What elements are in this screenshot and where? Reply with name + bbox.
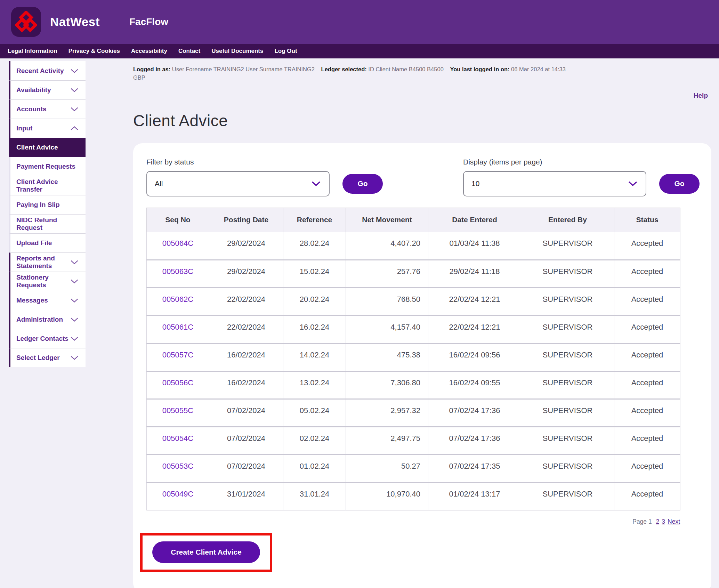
- status-go-button[interactable]: Go: [342, 174, 383, 194]
- seq-no-link[interactable]: 005049C: [162, 490, 193, 498]
- ledger-selected-value: ID Client Name B4500 B4500: [368, 66, 443, 72]
- cell-posting-date: 16/02/2024: [209, 371, 283, 399]
- column-header-posting-date: Posting Date: [209, 208, 283, 232]
- filter-status-label: Filter by status: [146, 158, 383, 166]
- cell-date-entered: 22/02/24 12:21: [428, 315, 521, 343]
- seq-no-link[interactable]: 005054C: [162, 434, 193, 443]
- topnav-link-log-out[interactable]: Log Out: [274, 48, 297, 55]
- cell-net-movement: 2,957.32: [346, 399, 428, 427]
- column-header-net-movement: Net Movement: [346, 208, 428, 232]
- seq-no-link[interactable]: 005061C: [162, 323, 193, 331]
- natwest-logo: [11, 7, 41, 37]
- topnav-link-accessibility[interactable]: Accessibility: [131, 48, 167, 55]
- cell-date-entered: 07/02/24 17:36: [428, 399, 521, 427]
- cell-date-entered: 07/02/24 17:36: [428, 427, 521, 454]
- sidebar-item-reports-and-statements[interactable]: Reports and Statements: [9, 252, 86, 272]
- sidebar-item-input[interactable]: Input: [9, 119, 86, 138]
- cell-net-movement: 10,970.40: [346, 482, 428, 510]
- seq-no-link[interactable]: 005055C: [162, 406, 193, 415]
- seq-no-cell: 005063C: [147, 260, 209, 288]
- topnav-link-privacy-cookies[interactable]: Privacy & Cookies: [68, 48, 120, 55]
- pagination-link-next[interactable]: Next: [668, 518, 680, 525]
- sidebar-item-label: Input: [16, 124, 32, 132]
- client-advice-table: Seq NoPosting DateReferenceNet MovementD…: [146, 208, 680, 510]
- topnav-link-contact[interactable]: Contact: [178, 48, 200, 55]
- cell-posting-date: 07/02/2024: [209, 454, 283, 482]
- table-row: 005063C29/02/202415.02.24257.7629/02/24 …: [147, 260, 680, 288]
- sidebar-item-accounts[interactable]: Accounts: [9, 99, 86, 119]
- status-filter-select[interactable]: All: [146, 171, 330, 196]
- table-row: 005053C07/02/202401.02.2450.2707/02/24 1…: [147, 454, 680, 482]
- cell-posting-date: 29/02/2024: [209, 260, 283, 288]
- sidebar-item-label: Recent Activity: [16, 67, 64, 75]
- cell-reference: 14.02.24: [283, 343, 346, 371]
- sidebar-item-messages[interactable]: Messages: [9, 291, 86, 310]
- chevron-down-icon: [70, 355, 79, 360]
- pagination-link-2[interactable]: 2: [656, 518, 660, 525]
- sidebar-item-label: Client Advice Transfer: [16, 178, 79, 193]
- create-client-advice-button[interactable]: Create Client Advice: [152, 541, 260, 563]
- status-filter-value: All: [155, 179, 163, 188]
- sidebar-item-label: Messages: [16, 297, 48, 304]
- column-header-entered-by: Entered By: [521, 208, 614, 232]
- sidebar-item-paying-in-slip[interactable]: Paying In Slip: [9, 195, 86, 214]
- sidebar-item-payment-requests[interactable]: Payment Requests: [9, 157, 86, 176]
- cell-net-movement: 4,157.40: [346, 315, 428, 343]
- cell-status: Accepted: [614, 454, 680, 482]
- sidebar-item-availability[interactable]: Availability: [9, 80, 86, 99]
- items-per-page-select[interactable]: 10: [463, 171, 646, 196]
- sidebar-item-label: Upload File: [16, 239, 52, 247]
- cell-entered-by: SUPERVISOR: [521, 482, 614, 510]
- seq-no-cell: 005061C: [147, 315, 209, 343]
- seq-no-link[interactable]: 005064C: [162, 239, 193, 248]
- help-link[interactable]: Help: [694, 92, 708, 99]
- chevron-down-icon: [70, 88, 79, 92]
- currency-value: GBP: [133, 74, 689, 82]
- sidebar-item-client-advice-transfer[interactable]: Client Advice Transfer: [9, 176, 86, 195]
- pagination-link-3[interactable]: 3: [662, 518, 665, 525]
- seq-no-link[interactable]: 005057C: [162, 351, 193, 359]
- cell-entered-by: SUPERVISOR: [521, 315, 614, 343]
- pagination: Page 1 23Next: [146, 518, 680, 525]
- annotation-highlight-box: Create Client Advice: [140, 533, 272, 572]
- sidebar-item-label: Payment Requests: [16, 163, 75, 170]
- sidebar-item-recent-activity[interactable]: Recent Activity: [9, 61, 86, 80]
- seq-no-link[interactable]: 005053C: [162, 462, 193, 470]
- cell-net-movement: 4,407.20: [346, 232, 428, 260]
- cell-status: Accepted: [614, 482, 680, 510]
- chevron-down-icon: [312, 181, 321, 186]
- cell-posting-date: 22/02/2024: [209, 288, 283, 315]
- cell-entered-by: SUPERVISOR: [521, 260, 614, 288]
- chevron-down-icon: [70, 298, 79, 303]
- cell-entered-by: SUPERVISOR: [521, 427, 614, 454]
- session-info: Logged in as: User Forename TRAINING2 Us…: [133, 65, 689, 82]
- table-row: 005054C07/02/202402.02.242,497.7507/02/2…: [147, 427, 680, 454]
- chevron-down-icon: [70, 260, 79, 265]
- chevron-down-icon: [628, 181, 637, 186]
- seq-no-link[interactable]: 005063C: [162, 267, 193, 276]
- display-per-page-label: Display (items per page): [463, 158, 700, 166]
- seq-no-link[interactable]: 005062C: [162, 295, 193, 304]
- column-header-status: Status: [614, 208, 680, 232]
- seq-no-cell: 005057C: [147, 343, 209, 371]
- chevron-down-icon: [70, 107, 79, 112]
- display-go-button[interactable]: Go: [659, 174, 700, 194]
- topnav-link-useful-documents[interactable]: Useful Documents: [211, 48, 263, 55]
- seq-no-link[interactable]: 005056C: [162, 378, 193, 387]
- sidebar-item-stationery-requests[interactable]: Stationery Requests: [9, 272, 86, 291]
- sidebar-item-ledger-contacts[interactable]: Ledger Contacts: [9, 329, 86, 348]
- cell-posting-date: 22/02/2024: [209, 315, 283, 343]
- sidebar-item-administration[interactable]: Administration: [9, 310, 86, 329]
- sidebar-item-client-advice[interactable]: Client Advice: [9, 138, 86, 157]
- sidebar-item-select-ledger[interactable]: Select Ledger: [9, 348, 86, 367]
- cell-date-entered: 29/02/24 11:18: [428, 260, 521, 288]
- cell-posting-date: 31/01/2024: [209, 482, 283, 510]
- seq-no-cell: 005062C: [147, 288, 209, 315]
- cell-status: Accepted: [614, 288, 680, 315]
- topnav-link-legal-information[interactable]: Legal Information: [8, 48, 57, 55]
- cell-net-movement: 768.50: [346, 288, 428, 315]
- sidebar-item-upload-file[interactable]: Upload File: [9, 233, 86, 252]
- brand-name: NatWest: [50, 15, 100, 29]
- sidebar-item-nidc-refund-request[interactable]: NIDC Refund Request: [9, 214, 86, 233]
- cell-entered-by: SUPERVISOR: [521, 399, 614, 427]
